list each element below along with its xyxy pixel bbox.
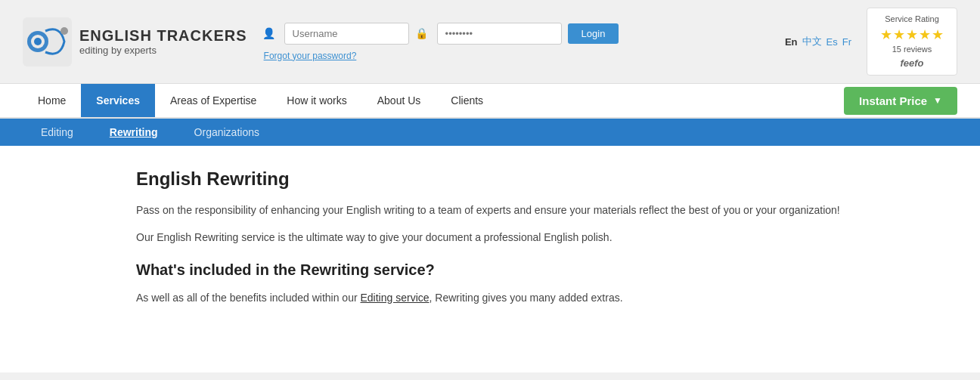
instant-price-label: Instant Price (859, 94, 927, 107)
main-content: English Rewriting Pass on the responsibi… (0, 146, 980, 372)
editing-service-link[interactable]: Editing service (361, 292, 430, 304)
logo-icon (23, 17, 72, 66)
lang-fr[interactable]: Fr (842, 36, 851, 48)
lang-en[interactable]: En (785, 36, 798, 48)
site-subtitle: editing by experts (79, 45, 247, 56)
user-icon: 👤 (262, 27, 275, 39)
body-para-3: As well as all of the benefits included … (136, 289, 862, 306)
section-title: What's included in the Rewriting service… (136, 261, 950, 279)
site-title: ENGLISH TRACKERS (79, 27, 247, 45)
feefo-logo: feefo (878, 57, 946, 69)
nav-how[interactable]: How it works (271, 84, 361, 117)
lang-es[interactable]: Es (826, 36, 838, 48)
nav-about[interactable]: About Us (362, 84, 436, 117)
sub-nav-rewriting[interactable]: Rewriting (91, 119, 176, 146)
username-input[interactable] (284, 23, 409, 45)
rating-label: Service Rating (878, 14, 946, 23)
rating-box: Service Rating ★★★★★ 15 reviews feefo (867, 8, 957, 76)
page-title: English Rewriting (136, 168, 950, 190)
nav-clients[interactable]: Clients (436, 84, 498, 117)
instant-price-button[interactable]: Instant Price ▼ (844, 87, 957, 115)
login-button[interactable]: Login (568, 23, 619, 44)
chevron-down-icon: ▼ (933, 95, 942, 106)
star-rating: ★★★★★ (878, 26, 946, 43)
forgot-password-link[interactable]: Forgot your password? (264, 51, 357, 61)
lock-icon: 🔒 (415, 27, 428, 39)
login-row: 👤 🔒 Login (262, 23, 770, 45)
logo-area: ENGLISH TRACKERS editing by experts (23, 17, 247, 66)
nav-areas[interactable]: Areas of Expertise (155, 84, 271, 117)
body-para-3-before: As well as all of the benefits included … (136, 292, 361, 304)
body-para-1: Pass on the responsibility of enhancing … (136, 202, 862, 218)
lang-zh[interactable]: 中文 (802, 35, 822, 48)
sub-nav-editing[interactable]: Editing (23, 119, 91, 146)
nav-services[interactable]: Services (81, 84, 155, 117)
svg-point-4 (60, 27, 68, 35)
header: ENGLISH TRACKERS editing by experts 👤 🔒 … (0, 0, 980, 84)
sub-nav-organizations[interactable]: Organizations (176, 119, 278, 146)
body-para-3-after: , Rewriting gives you many added extras. (430, 292, 623, 304)
reviews-count: 15 reviews (878, 45, 946, 54)
svg-point-3 (34, 38, 42, 45)
logo-text: ENGLISH TRACKERS editing by experts (79, 27, 247, 56)
password-input[interactable] (437, 23, 562, 45)
nav-home[interactable]: Home (23, 84, 81, 117)
sub-nav: Editing Rewriting Organizations (0, 119, 980, 146)
nav-bar: Home Services Areas of Expertise How it … (0, 84, 980, 119)
body-para-2: Our English Rewriting service is the ult… (136, 229, 862, 246)
forgot-row: Forgot your password? (262, 49, 770, 61)
language-selector: En 中文 Es Fr (785, 35, 851, 48)
login-area: 👤 🔒 Login Forgot your password? (262, 23, 770, 61)
